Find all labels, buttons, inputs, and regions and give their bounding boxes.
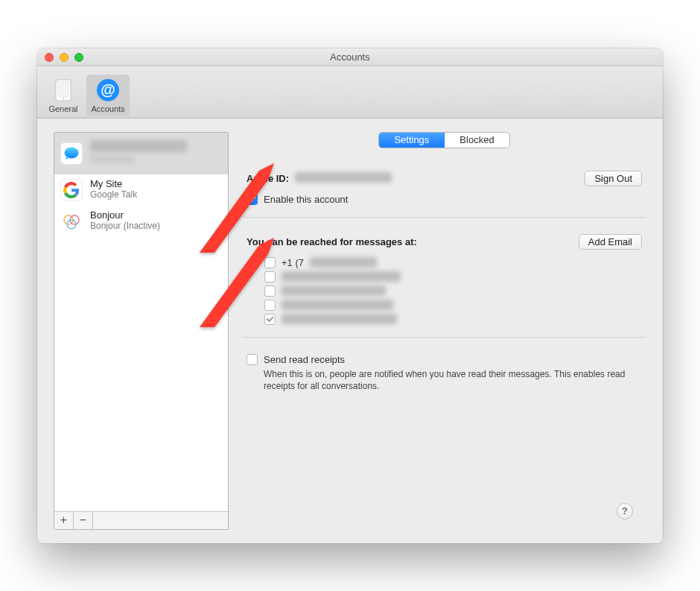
address-checkbox[interactable] [264, 314, 276, 325]
svg-text:@: @ [101, 81, 115, 98]
window-title: Accounts [37, 51, 663, 63]
at-icon: @ [95, 78, 121, 103]
account-item-google[interactable]: My Site Google Talk [54, 174, 228, 206]
reached-at-label: You can be reached for messages at: [246, 236, 417, 247]
read-receipts-checkbox[interactable] [246, 354, 258, 365]
tab-accounts[interactable]: @ Accounts [86, 75, 130, 116]
segment-settings[interactable]: Settings [379, 133, 445, 148]
address-checkbox[interactable] [264, 285, 276, 297]
zoom-icon[interactable] [74, 53, 83, 62]
iphone-icon [51, 78, 76, 103]
account-item-sub [90, 155, 187, 167]
list-footer: + − [54, 511, 228, 529]
read-receipts-description: When this is on, people are notified whe… [264, 368, 642, 392]
preferences-window: Accounts General @ Accounts [37, 48, 663, 543]
account-item-label [90, 140, 187, 155]
read-receipts-label: Send read receipts [264, 354, 345, 365]
segmented-control: Settings Blocked [378, 132, 509, 148]
google-icon [60, 179, 83, 201]
address-text: +1 (7 [281, 257, 304, 268]
bonjour-icon [60, 210, 83, 233]
account-item-sub: Bonjour (Inactive) [90, 221, 160, 232]
enable-account-label: Enable this account [264, 194, 348, 205]
segment-blocked[interactable]: Blocked [445, 133, 509, 148]
apple-id-value [295, 172, 392, 185]
accounts-list: My Site Google Talk Bonjour Bonjour (Ina… [54, 132, 229, 530]
svg-point-2 [63, 97, 65, 99]
address-checkbox[interactable] [264, 257, 276, 268]
remove-account-button[interactable]: − [74, 512, 93, 529]
minimize-icon[interactable] [60, 53, 69, 62]
account-item-imessage[interactable] [54, 133, 228, 174]
tab-general[interactable]: General [42, 75, 85, 116]
account-item-label: Bonjour [90, 210, 160, 221]
help-button[interactable]: ? [617, 503, 633, 519]
account-item-bonjour[interactable]: Bonjour Bonjour (Inactive) [54, 206, 228, 237]
address-checkbox[interactable] [264, 271, 276, 282]
address-checkbox[interactable] [264, 300, 276, 311]
close-icon[interactable] [45, 53, 54, 62]
enable-account-checkbox[interactable] [246, 194, 258, 205]
add-account-button[interactable]: + [54, 512, 74, 529]
imessage-icon [60, 142, 83, 165]
settings-panel: Settings Blocked Apple ID: Sign Out Enab… [242, 132, 646, 530]
svg-rect-1 [58, 81, 69, 96]
tab-general-label: General [48, 104, 77, 113]
account-item-sub: Google Talk [90, 190, 137, 200]
apple-id-label: Apple ID: [246, 173, 289, 184]
account-item-label: My Site [90, 179, 137, 190]
tab-accounts-label: Accounts [91, 104, 124, 113]
sign-out-button[interactable]: Sign Out [585, 171, 642, 186]
prefs-toolbar: General @ Accounts [37, 66, 663, 118]
content-area: My Site Google Talk Bonjour Bonjour (Ina… [37, 118, 663, 543]
titlebar: Accounts [37, 48, 663, 66]
add-email-button[interactable]: Add Email [579, 234, 642, 250]
window-controls [45, 48, 83, 66]
